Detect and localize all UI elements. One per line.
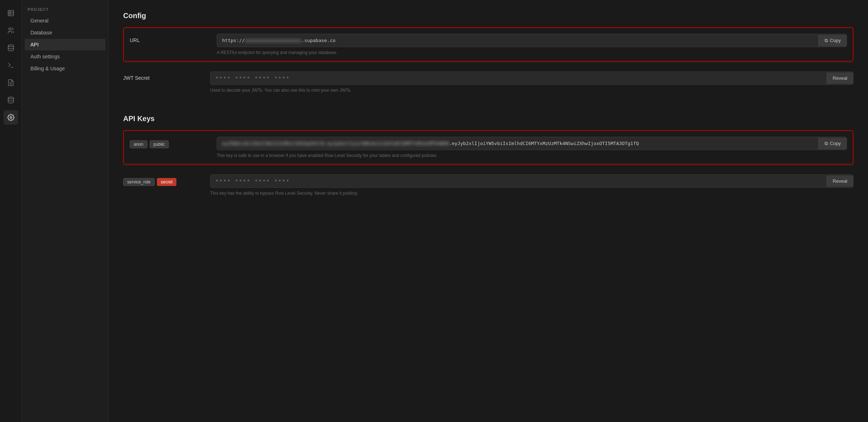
url-copy-button[interactable]: ⧉ Copy <box>818 35 847 46</box>
service-role-field-wrapper: **** **** **** **** Reveal This key has … <box>210 174 854 196</box>
service-role-input-container: **** **** **** **** Reveal <box>210 174 854 188</box>
svg-rect-0 <box>8 11 13 16</box>
anon-input-container: eyJhbGciOiJIUzI1NiIsInR5cCI6IkpXVCJ9.eyJ… <box>217 137 847 150</box>
jwt-helper-text: Used to decode your JWTs. You can also u… <box>210 88 854 93</box>
docs-nav-icon[interactable] <box>4 75 18 90</box>
nav-item-api[interactable]: API <box>25 39 105 50</box>
anon-helper-text: This key is safe to use in a browser if … <box>217 153 847 158</box>
svg-point-5 <box>8 45 13 47</box>
url-prefix: https:// <box>222 38 245 43</box>
config-section: Config URL https://xxxxxxxxxxxxxxxxxxxx.… <box>123 12 854 100</box>
settings-nav-icon[interactable] <box>4 110 18 125</box>
anon-config-row: anon public eyJhbGciOiJIUzI1NiIsInR5cCI6… <box>130 137 847 158</box>
anon-copy-label: Copy <box>830 141 841 146</box>
service-role-tag: service_role <box>123 178 155 186</box>
svg-point-9 <box>8 97 13 99</box>
anon-field-wrapper: eyJhbGciOiJIUzI1NiIsInR5cCI6IkpXVCJ9.eyJ… <box>217 137 847 158</box>
url-value: https://xxxxxxxxxxxxxxxxxxxx.supabase.co <box>217 34 818 47</box>
nav-sidebar: Project General Database API Auth settin… <box>22 0 109 422</box>
service-role-config-row: service_role secret **** **** **** **** … <box>123 165 854 203</box>
url-config-row: URL https://xxxxxxxxxxxxxxxxxxxx.supabas… <box>130 34 847 55</box>
url-suffix: .supabase.co <box>301 38 335 43</box>
main-content: Config URL https://xxxxxxxxxxxxxxxxxxxx.… <box>109 0 868 422</box>
anon-tag: anon <box>130 140 147 148</box>
anon-copy-icon: ⧉ <box>825 141 828 146</box>
table-nav-icon[interactable] <box>4 6 18 20</box>
nav-section-label: Project <box>22 7 108 15</box>
service-role-value: **** **** **** **** <box>210 175 827 187</box>
anon-blurred: eyJhbGciOiJIUzI1NiIsInR5cCI6IkpXVCJ9.eyJ… <box>222 141 449 146</box>
service-role-helper-text: This key has the ability to bypass Row L… <box>210 191 854 196</box>
nav-item-general[interactable]: General <box>25 15 105 26</box>
url-input-container: https://xxxxxxxxxxxxxxxxxxxx.supabase.co… <box>217 34 847 47</box>
database-nav-icon[interactable] <box>4 93 18 107</box>
api-keys-title: API Keys <box>123 115 854 123</box>
anon-copy-button[interactable]: ⧉ Copy <box>818 138 847 149</box>
jwt-field-wrapper: **** **** **** **** Reveal Used to decod… <box>210 71 854 93</box>
jwt-reveal-button[interactable]: Reveal <box>827 73 853 84</box>
config-title: Config <box>123 12 854 20</box>
storage-nav-icon[interactable] <box>4 41 18 55</box>
public-tag: public <box>150 140 169 148</box>
nav-item-database[interactable]: Database <box>25 27 105 38</box>
url-blurred: xxxxxxxxxxxxxxxxxxxx <box>245 38 302 43</box>
service-role-reveal-button[interactable]: Reveal <box>827 175 853 187</box>
service-role-tags: service_role secret <box>123 178 196 186</box>
anon-highlight-row: anon public eyJhbGciOiJIUzI1NiIsInR5cCI6… <box>123 130 854 165</box>
jwt-config-row: JWT Secret **** **** **** **** Reveal Us… <box>123 62 854 100</box>
jwt-value: **** **** **** **** <box>210 72 827 84</box>
url-field-wrapper: https://xxxxxxxxxxxxxxxxxxxx.supabase.co… <box>217 34 847 55</box>
url-copy-label: Copy <box>830 38 841 43</box>
secret-tag: secret <box>157 178 177 186</box>
url-label: URL <box>130 34 202 43</box>
jwt-input-container: **** **** **** **** Reveal <box>210 71 854 85</box>
anon-tags-container: anon public <box>130 137 202 148</box>
icon-sidebar <box>0 0 22 422</box>
svg-point-10 <box>10 117 12 119</box>
terminal-nav-icon[interactable] <box>4 58 18 73</box>
api-keys-section: API Keys anon public eyJhbGciOiJIUzI1NiI… <box>123 115 854 203</box>
url-highlight-row: URL https://xxxxxxxxxxxxxxxxxxxx.supabas… <box>123 27 854 62</box>
jwt-label: JWT Secret <box>123 71 196 81</box>
nav-item-billing[interactable]: Billing & Usage <box>25 63 105 74</box>
copy-icon: ⧉ <box>825 38 828 44</box>
anon-tags: anon public <box>130 140 202 148</box>
svg-point-4 <box>9 28 11 30</box>
anon-value: eyJhbGciOiJIUzI1NiIsInR5cCI6IkpXVCJ9.eyJ… <box>217 137 818 150</box>
url-helper-text: A RESTful endpoint for querying and mana… <box>217 50 847 55</box>
nav-item-auth[interactable]: Auth settings <box>25 51 105 62</box>
service-role-tags-container: service_role secret <box>123 174 196 186</box>
anon-visible-end: .eyJyb2xlIjoiYW5vbiIsImlhdCI6MTYxMzUzMTk… <box>449 141 639 146</box>
users-nav-icon[interactable] <box>4 23 18 38</box>
